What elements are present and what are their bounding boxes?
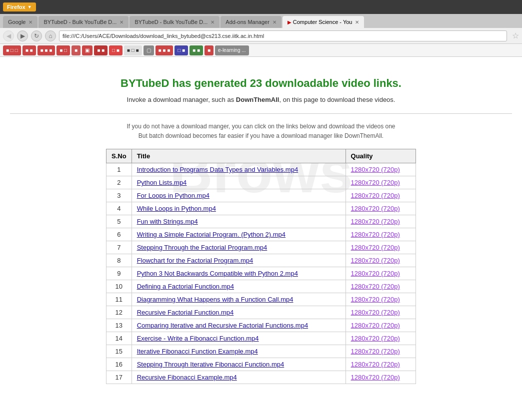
quality-link[interactable]: 1280x720 (720p) <box>351 257 400 264</box>
cell-title: Comparing Iterative and Recursive Factor… <box>132 319 346 332</box>
bookmark-10[interactable]: ▢ <box>144 45 154 55</box>
bookmark-5[interactable]: ■ <box>72 45 80 55</box>
bookmark-14[interactable]: ■ <box>204 45 214 55</box>
tab-cs-close[interactable]: ✕ <box>355 19 359 25</box>
cell-title: For Loops in Python.mp4 <box>132 189 346 202</box>
video-link[interactable]: Stepping Through Iterative Fibonacci Fun… <box>137 361 284 368</box>
bookmark-star[interactable]: ☆ <box>512 31 519 40</box>
back-button[interactable]: ◀ <box>3 30 14 41</box>
tab-bytubed-1-close[interactable]: ✕ <box>120 19 124 25</box>
video-table: S.No Title Quality 1Introduction to Prog… <box>106 149 416 384</box>
video-link[interactable]: Recursive Fibonacci Example.mp4 <box>137 374 237 381</box>
tab-bytubed-1[interactable]: BYTubeD - Bulk YouTuBe D... ✕ <box>38 16 128 28</box>
video-link[interactable]: Diagramming What Happens with a Function… <box>137 296 294 303</box>
table-wrapper: S.No Title Quality 1Introduction to Prog… <box>10 149 512 384</box>
cell-sno: 16 <box>106 358 132 371</box>
col-header-quality: Quality <box>346 149 416 163</box>
bookmark-6[interactable]: ▣ <box>82 45 92 55</box>
quality-link[interactable]: 1280x720 (720p) <box>351 309 400 316</box>
home-button[interactable]: ⌂ <box>45 30 56 41</box>
cell-quality: 1280x720 (720p) <box>346 163 416 176</box>
table-row: 9Python 3 Not Backwards Compatible with … <box>106 267 416 280</box>
cell-title: Stepping Through the Factorial Program.m… <box>132 241 346 254</box>
quality-link[interactable]: 1280x720 (720p) <box>351 218 400 225</box>
video-link[interactable]: Flowchart for the Factorial Program.mp4 <box>137 257 254 264</box>
tab-bytubed-2-close[interactable]: ✕ <box>210 19 214 25</box>
tab-google-label: Google <box>8 19 26 25</box>
bookmark-4[interactable]: ■ □ <box>56 45 70 55</box>
quality-link[interactable]: 1280x720 (720p) <box>351 335 400 342</box>
bookmark-11[interactable]: ■ ■ ■ <box>156 45 174 55</box>
subtitle-bold: DownThemAll <box>236 96 280 103</box>
quality-link[interactable]: 1280x720 (720p) <box>351 322 400 329</box>
cell-quality: 1280x720 (720p) <box>346 371 416 384</box>
quality-link[interactable]: 1280x720 (720p) <box>351 283 400 290</box>
info-line2: But batch download becomes far easier if… <box>138 132 384 139</box>
table-body: 1Introduction to Programs Data Types and… <box>106 163 416 384</box>
address-bar[interactable]: file:///C:/Users/ACE/Downloads/download_… <box>59 30 507 41</box>
quality-link[interactable]: 1280x720 (720p) <box>351 179 400 186</box>
video-link[interactable]: Comparing Iterative and Recursive Factor… <box>137 322 308 329</box>
tab-google[interactable]: Google ✕ <box>3 16 38 28</box>
info-text: If you do not have a download manger, yo… <box>10 122 512 141</box>
video-link[interactable]: For Loops in Python.mp4 <box>137 192 210 199</box>
forward-button[interactable]: ▶ <box>17 30 28 41</box>
cell-quality: 1280x720 (720p) <box>346 293 416 306</box>
cell-title: While Loops in Python.mp4 <box>132 202 346 215</box>
tab-addons-label: Add-ons Manager <box>226 19 269 25</box>
bookmark-9[interactable]: ■ □ ■ <box>124 45 142 55</box>
video-link[interactable]: Exercise - Write a Fibonacci Function.mp… <box>137 335 259 342</box>
tab-addons[interactable]: Add-ons Manager ✕ <box>220 16 281 28</box>
table-row: 5Fun with Strings.mp41280x720 (720p) <box>106 215 416 228</box>
video-link[interactable]: While Loops in Python.mp4 <box>137 205 216 212</box>
col-header-title: Title <box>132 149 346 163</box>
tab-google-close[interactable]: ✕ <box>28 19 32 25</box>
bookmark-2[interactable]: ■ ■ <box>22 45 36 55</box>
video-link[interactable]: Python Lists.mp4 <box>137 179 187 186</box>
quality-link[interactable]: 1280x720 (720p) <box>351 166 400 173</box>
bookmark-8[interactable]: □ ■ <box>109 45 122 55</box>
info-line1: If you do not have a download manger, yo… <box>126 123 395 130</box>
main-content: BYTubeD has generated 23 downloadable vi… <box>10 77 512 384</box>
quality-link[interactable]: 1280x720 (720p) <box>351 361 400 368</box>
bookmark-7[interactable]: ■ ■ <box>94 45 108 55</box>
video-link[interactable]: Defining a Factorial Function.mp4 <box>137 283 234 290</box>
bookmark-elearning[interactable]: e-learning ... <box>215 45 249 55</box>
table-row: 3For Loops in Python.mp41280x720 (720p) <box>106 189 416 202</box>
video-link[interactable]: Iterative Fibonacci Function Example.mp4 <box>137 348 258 355</box>
tab-bytubed-2[interactable]: BYTubeD - Bulk YouTuBe D... ✕ <box>130 16 220 28</box>
quality-link[interactable]: 1280x720 (720p) <box>351 296 400 303</box>
bookmark-12[interactable]: □ ■ <box>174 45 188 55</box>
quality-link[interactable]: 1280x720 (720p) <box>351 270 400 277</box>
quality-link[interactable]: 1280x720 (720p) <box>351 205 400 212</box>
quality-link[interactable]: 1280x720 (720p) <box>351 231 400 238</box>
reload-button[interactable]: ↻ <box>31 30 42 41</box>
video-link[interactable]: Fun with Strings.mp4 <box>137 218 198 225</box>
cell-title: Exercise - Write a Fibonacci Function.mp… <box>132 332 346 345</box>
cell-sno: 3 <box>106 189 132 202</box>
table-row: 10Defining a Factorial Function.mp41280x… <box>106 280 416 293</box>
video-link[interactable]: Recursive Factorial Function.mp4 <box>137 309 234 316</box>
cell-sno: 6 <box>106 228 132 241</box>
tab-cs-active[interactable]: ▶ Computer Science - You ✕ <box>282 16 364 28</box>
cell-quality: 1280x720 (720p) <box>346 176 416 189</box>
firefox-menu-button[interactable]: Firefox <box>3 2 36 11</box>
divider <box>10 113 512 114</box>
quality-link[interactable]: 1280x720 (720p) <box>351 244 400 251</box>
cell-quality: 1280x720 (720p) <box>346 215 416 228</box>
quality-link[interactable]: 1280x720 (720p) <box>351 192 400 199</box>
cell-quality: 1280x720 (720p) <box>346 202 416 215</box>
cell-sno: 11 <box>106 293 132 306</box>
bookmark-3[interactable]: ■ ■ ■ <box>38 45 56 55</box>
cell-sno: 14 <box>106 332 132 345</box>
video-link[interactable]: Introduction to Programs Data Types and … <box>137 166 298 173</box>
cell-sno: 15 <box>106 345 132 358</box>
video-link[interactable]: Stepping Through the Factorial Program.m… <box>137 244 268 251</box>
tab-addons-close[interactable]: ✕ <box>272 19 276 25</box>
video-link[interactable]: Python 3 Not Backwards Compatible with P… <box>137 270 298 277</box>
video-link[interactable]: Writing a Simple Factorial Program. (Pyt… <box>137 231 286 238</box>
quality-link[interactable]: 1280x720 (720p) <box>351 374 400 381</box>
bookmark-1[interactable]: ■ □ □ <box>3 45 21 55</box>
bookmark-13[interactable]: ■ ■ <box>190 45 203 55</box>
quality-link[interactable]: 1280x720 (720p) <box>351 348 400 355</box>
